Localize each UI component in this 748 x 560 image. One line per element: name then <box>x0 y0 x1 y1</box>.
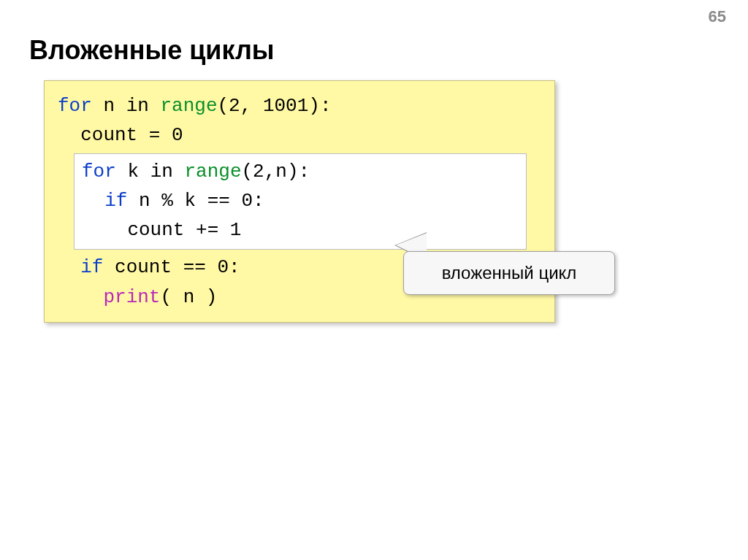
inner-line-1: for k in range(2,n): <box>82 161 310 183</box>
keyword-range-inner: range <box>184 161 241 183</box>
if-cond-outer: count == 0: <box>103 256 240 278</box>
callout-box: вложенный цикл <box>403 251 615 295</box>
inner-line-3: count += 1 <box>82 219 241 241</box>
range-args-inner: (2,n): <box>241 161 310 183</box>
code-line-1: for n in range(2, 1001): <box>58 95 332 117</box>
code-line-after-2: print( n ) <box>58 286 217 308</box>
callout-text: вложенный цикл <box>442 263 577 283</box>
keyword-for-inner: for <box>82 161 116 183</box>
if-cond-inner: n % k == 0: <box>127 190 264 212</box>
print-args: ( n ) <box>160 286 217 308</box>
keyword-if-outer: if <box>80 256 103 278</box>
var-n: n <box>103 95 115 117</box>
code-line-after-1: if count == 0: <box>58 256 240 278</box>
keyword-in: in <box>126 95 149 117</box>
keyword-in-inner: in <box>150 161 173 183</box>
keyword-range: range <box>160 95 217 117</box>
code-block-inner: for k in range(2,n): if n % k == 0: coun… <box>74 153 527 250</box>
slide-title: Вложенные циклы <box>29 35 275 66</box>
var-k: k <box>127 161 139 183</box>
keyword-if-inner: if <box>104 190 127 212</box>
inner-line-2: if n % k == 0: <box>82 190 264 212</box>
code-line-2: count = 0 <box>58 124 183 146</box>
keyword-print: print <box>103 286 160 308</box>
page-number: 65 <box>709 7 726 26</box>
range-args: (2, 1001): <box>217 95 331 117</box>
keyword-for: for <box>58 95 92 117</box>
